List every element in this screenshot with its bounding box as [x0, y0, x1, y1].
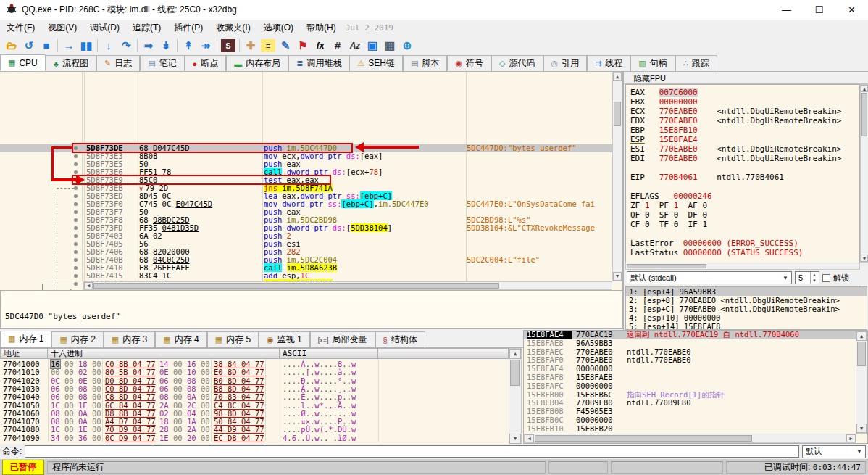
breakpoint-dot[interactable] [74, 154, 78, 158]
stack-row[interactable]: 15E8FAFC00000000 [524, 382, 856, 391]
dump-vscrollbar[interactable]: ▲ ▼ [509, 348, 522, 445]
breakpoint-dot[interactable] [74, 258, 78, 262]
stack-row[interactable]: 15E8FAF815E8FAE8 [524, 373, 856, 382]
step-up-icon[interactable]: ↟ [180, 38, 197, 54]
breakpoint-dot[interactable] [74, 170, 78, 174]
stack-row[interactable]: 15E8FAF0770EABE0ntdll.770EABE0 [524, 356, 856, 365]
breakpoint-dot[interactable] [74, 194, 78, 198]
register-line[interactable]: EIP 770B4061 ntdll.770B4061 [630, 173, 784, 182]
tab-threads[interactable]: ⇉线程 [587, 55, 630, 71]
tab-locals[interactable]: [x=]局部变量 [310, 331, 375, 347]
tab-seh[interactable]: ⚠SEH链 [349, 55, 403, 71]
tab-dump-5[interactable]: ▦内存 5 [207, 331, 259, 347]
tab-notes[interactable]: ▤笔记 [140, 55, 184, 71]
register-line[interactable]: ZF 1 PF 1 AF 0 [630, 201, 707, 210]
breakpoint-dot[interactable] [74, 218, 78, 222]
tab-watch-1[interactable]: ◉监视 1 [259, 331, 310, 347]
dump-row[interactable]: 7704109034 00 36 000C D9 04 771E 00 20 0… [0, 434, 507, 442]
arg-count-stepper[interactable]: 5 ▲▼ [795, 271, 819, 284]
stack-hscrollbar[interactable]: ◀ ▶ [524, 434, 856, 443]
stack-row[interactable]: 15E8FAE4770EAC19返回到 ntdll.770EAC19 自 ntd… [524, 331, 856, 339]
breakpoint-dot[interactable] [74, 250, 78, 254]
annotate-icon[interactable]: ✎ [277, 38, 294, 54]
run-icon[interactable]: → [60, 38, 78, 54]
hash-icon[interactable]: # [329, 38, 346, 54]
arg-row[interactable]: 4: [esp+10] 00000000 [626, 313, 867, 322]
breakpoint-dot[interactable] [74, 226, 78, 230]
pause-icon[interactable]: ▮▮ [78, 38, 95, 54]
menu-文[interactable]: 文件(F) [0, 20, 41, 36]
menu-收[interactable]: 收藏夹(I) [209, 20, 256, 36]
skip-icon[interactable]: S [221, 39, 235, 52]
minimize-button[interactable]: — [770, 0, 803, 20]
tab-cpu[interactable]: ▦CPU [0, 54, 46, 71]
register-line[interactable]: EBP 15E8FB10 [630, 125, 698, 135]
tab-dump-1[interactable]: ▦内存 1 [0, 331, 51, 347]
register-line[interactable]: EAX 007C6000 [630, 88, 698, 97]
unlock-checkbox[interactable] [822, 274, 830, 282]
function-icon[interactable]: fx [312, 38, 329, 54]
stack-row[interactable]: 15E8FAF400000000 [524, 365, 856, 373]
tab-struct[interactable]: §结构体 [375, 331, 425, 347]
case-icon[interactable]: Az [346, 38, 364, 54]
tab-call-stack[interactable]: ≣调用堆栈 [288, 55, 349, 71]
breakpoint-dot[interactable] [74, 202, 78, 206]
register-line[interactable]: ECX 770EABE0 <ntdll.DbgUiRemoteBreakin> [630, 107, 841, 116]
arguments-view[interactable]: 1: [esp+4] 96A59BB32: [esp+8] 770EABE0 <… [625, 286, 867, 330]
menu-帮[interactable]: 帮助(H) [300, 20, 343, 36]
command-input[interactable] [25, 445, 799, 458]
registers-hscrollbar[interactable] [625, 263, 860, 270]
register-line[interactable]: LastStatus 00000000 (STATUS_SUCCESS) [630, 248, 803, 257]
tab-source[interactable]: ◇源代码 [491, 55, 543, 71]
tab-dump-2[interactable]: ▦内存 2 [51, 331, 103, 347]
close-button[interactable]: ✕ [835, 0, 868, 20]
stop-icon[interactable]: ■ [38, 38, 55, 54]
step-into-icon[interactable]: ↓ [100, 38, 117, 54]
memory-dump-pane[interactable]: 地址 十六进制 ASCII 7704100016 00 18 00C0 8B 0… [0, 347, 523, 444]
register-line[interactable]: ESP 15E8FAE4 [630, 135, 698, 144]
disasm-vscrollbar[interactable]: ▲ ▼ [612, 72, 622, 281]
stack-vscrollbar[interactable]: ▲ ▼ [856, 331, 867, 434]
stack-row[interactable]: 15E8FB04770B9F80ntdll.770B9F80 [524, 399, 856, 408]
breakpoint-dot[interactable] [74, 266, 78, 270]
arg-row[interactable]: 2: [esp+8] 770EABE0 <ntdll.DbgUiRemoteBr… [626, 296, 867, 305]
menu-追[interactable]: 追踪(T) [126, 20, 167, 36]
tab-handles[interactable]: ▥句柄 [630, 55, 675, 71]
calling-convention-select[interactable]: 默认 (stdcall) ▼ [627, 271, 792, 284]
disasm-hscrollbar[interactable]: ◀ [83, 281, 612, 290]
register-line[interactable]: EDI 770EABE0 <ntdll.DbgUiRemoteBreakin> [630, 154, 841, 163]
register-line[interactable]: EDX 770EABE0 <ntdll.DbgUiRemoteBreakin> [630, 116, 841, 125]
stack-pane[interactable]: 15E8FAE4770EAC19返回到 ntdll.770EAC19 自 ntd… [523, 330, 868, 444]
tab-symbols[interactable]: ◉符号 [447, 55, 491, 71]
step-down-icon[interactable]: ↡ [157, 38, 175, 54]
tab-graph[interactable]: ♣流程图 [46, 55, 96, 71]
maximize-button[interactable]: ☐ [803, 0, 835, 20]
tab-script[interactable]: ▤脚本 [403, 55, 447, 71]
step-over-icon[interactable]: ↷ [117, 38, 135, 54]
breakpoint-dot[interactable] [74, 162, 78, 166]
tab-breakpoints[interactable]: ●断点 [185, 55, 227, 71]
stack-row[interactable]: 15E8FB08F45905E3 [524, 408, 856, 416]
register-line[interactable]: CF 0 TF 0 IF 1 [630, 220, 707, 229]
patch-icon[interactable]: ✚ [242, 38, 259, 54]
menu-选[interactable]: 选项(O) [257, 20, 300, 36]
register-line[interactable]: EBX 00000000 [630, 97, 698, 107]
comment-icon[interactable]: ≡ [261, 39, 275, 52]
menu-视[interactable]: 视图(V) [41, 20, 83, 36]
system-icon[interactable]: ▣ [364, 38, 381, 54]
breakpoint-dot[interactable] [74, 186, 78, 190]
open-folder-icon[interactable]: 🗁 [3, 38, 20, 54]
restart-icon[interactable]: ↺ [20, 38, 38, 54]
tab-dump-4[interactable]: ▦内存 4 [155, 331, 206, 347]
bookmark-icon[interactable]: ⚑ [294, 38, 312, 54]
disassembly-pane[interactable]: 5D8F73DE68 D047C45Dpush im.5DC447D05DC44… [0, 72, 623, 290]
arg-row[interactable]: 5: [esp+14] 15E8FAE8 [626, 322, 867, 330]
register-line[interactable]: OF 0 SF 0 DF 0 [630, 210, 707, 220]
breakpoint-dot[interactable] [74, 210, 78, 214]
calculator-icon[interactable]: ▦ [381, 38, 398, 54]
register-line[interactable]: LastError 00000000 (ERROR_SUCCESS) [630, 239, 798, 248]
register-line[interactable]: EFLAGS 00000246 [630, 191, 712, 201]
register-line[interactable]: ESI 770EABE0 <ntdll.DbgUiRemoteBreakin> [630, 144, 841, 154]
tab-references[interactable]: ◎引用 [543, 55, 588, 71]
globe-icon[interactable]: ⊕ [398, 38, 416, 54]
